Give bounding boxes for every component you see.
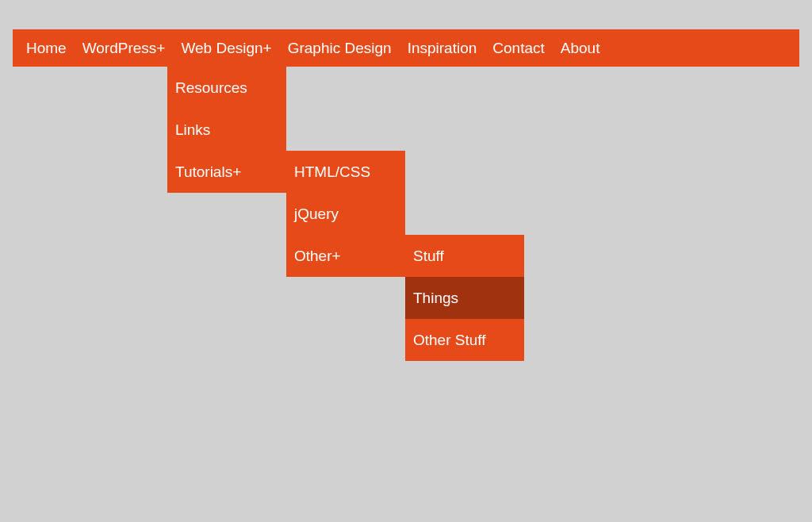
dropdown-item-things[interactable]: Things xyxy=(405,277,524,319)
expand-indicator: + xyxy=(232,164,241,179)
main-nav-bar: Home WordPress + Web Design + Graphic De… xyxy=(13,29,799,67)
nav-item-graphic-design[interactable]: Graphic Design xyxy=(280,29,400,67)
dropdown-item-other-stuff[interactable]: Other Stuff xyxy=(405,319,524,361)
menu-wrapper: Home WordPress + Web Design + Graphic De… xyxy=(0,0,812,67)
dropdown-other: Stuff Things Other Stuff xyxy=(405,235,524,361)
nav-item-about[interactable]: About xyxy=(553,29,608,67)
nav-item-home[interactable]: Home xyxy=(18,29,75,67)
expand-indicator: + xyxy=(332,248,341,263)
dropdown-item-jquery[interactable]: jQuery xyxy=(286,193,405,235)
nav-item-inspiration[interactable]: Inspiration xyxy=(400,29,485,67)
expand-indicator: + xyxy=(156,40,165,56)
dropdown-item-tutorials-label: Tutorials xyxy=(175,164,232,179)
dropdown-item-links[interactable]: Links xyxy=(167,109,286,151)
nav-item-wordpress[interactable]: WordPress + xyxy=(75,29,174,67)
dropdown-item-stuff[interactable]: Stuff xyxy=(405,235,524,277)
dropdown-tutorials: HTML/CSS jQuery Other + xyxy=(286,151,405,277)
dropdown-item-other-label: Other xyxy=(294,248,332,263)
dropdown-web-design: Resources Links Tutorials + xyxy=(167,67,286,193)
nav-item-web-design[interactable]: Web Design + xyxy=(173,29,279,67)
dropdown-item-other[interactable]: Other + xyxy=(286,235,405,277)
expand-indicator: + xyxy=(263,40,272,56)
dropdown-item-resources[interactable]: Resources xyxy=(167,67,286,109)
nav-item-web-design-label: Web Design xyxy=(181,40,262,56)
dropdown-item-tutorials[interactable]: Tutorials + xyxy=(167,151,286,193)
nav-item-wordpress-label: WordPress xyxy=(82,40,157,56)
dropdown-item-htmlcss[interactable]: HTML/CSS xyxy=(286,151,405,193)
nav-item-contact[interactable]: Contact xyxy=(485,29,552,67)
